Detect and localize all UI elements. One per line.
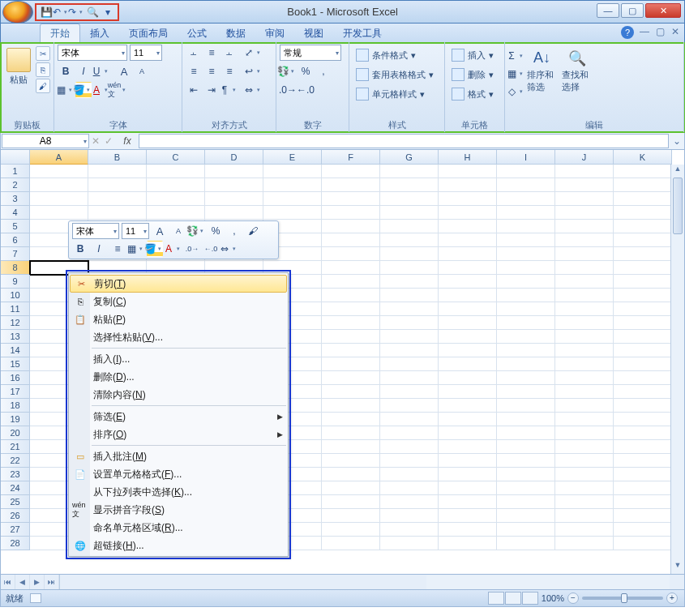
- cut-icon[interactable]: ✂: [36, 46, 50, 61]
- cell[interactable]: [322, 178, 380, 192]
- cell[interactable]: [322, 247, 380, 261]
- cell[interactable]: [614, 481, 672, 495]
- merge-center-icon[interactable]: ⇔: [246, 82, 262, 98]
- scroll-down-icon[interactable]: ▼: [671, 561, 684, 574]
- cell[interactable]: [439, 233, 497, 247]
- format-painter-icon[interactable]: 🖌: [36, 79, 50, 93]
- mini-fill-icon[interactable]: 🪣: [147, 241, 163, 257]
- cell[interactable]: [380, 165, 439, 178]
- cell[interactable]: [555, 316, 614, 330]
- cell[interactable]: [322, 261, 380, 275]
- cell[interactable]: [380, 261, 439, 275]
- cell[interactable]: [88, 178, 147, 192]
- cell[interactable]: [555, 289, 614, 302]
- horizontal-scrollbar[interactable]: [426, 575, 670, 589]
- format-cells-button[interactable]: 格式 ▾: [448, 85, 501, 103]
- column-header[interactable]: D: [205, 150, 263, 165]
- cell[interactable]: [439, 165, 497, 178]
- cell[interactable]: [380, 344, 439, 357]
- cell[interactable]: [380, 220, 439, 233]
- cell[interactable]: [555, 275, 614, 289]
- cell[interactable]: [497, 468, 555, 481]
- cell[interactable]: [322, 233, 380, 247]
- cell[interactable]: [555, 399, 614, 413]
- sheet-nav-first-icon[interactable]: ⏮: [1, 575, 15, 589]
- cell[interactable]: [147, 165, 205, 178]
- font-name-combo[interactable]: 宋体: [58, 45, 127, 61]
- zoom-level[interactable]: 100%: [542, 593, 564, 603]
- cell[interactable]: [380, 233, 439, 247]
- minimize-button[interactable]: —: [597, 3, 619, 18]
- cell[interactable]: [555, 385, 614, 399]
- row-header[interactable]: 20: [1, 426, 30, 440]
- row-header[interactable]: 22: [1, 454, 30, 468]
- mini-merge-icon[interactable]: ⇔: [221, 241, 238, 257]
- cell[interactable]: [497, 537, 555, 550]
- cell[interactable]: [439, 289, 497, 302]
- cell[interactable]: [439, 247, 497, 261]
- cell[interactable]: [322, 468, 380, 481]
- cell[interactable]: [497, 440, 555, 454]
- ctx-cut[interactable]: ✂剪切(T): [70, 275, 287, 293]
- cell[interactable]: [380, 247, 439, 261]
- cell[interactable]: [614, 178, 672, 192]
- table-format-button[interactable]: 套用表格格式 ▾: [353, 66, 441, 83]
- row-header[interactable]: 28: [1, 537, 30, 550]
- cell[interactable]: [555, 413, 614, 426]
- cell[interactable]: [380, 178, 439, 192]
- cell[interactable]: [614, 344, 672, 357]
- tab-home[interactable]: 开始: [40, 24, 80, 42]
- cancel-formula-icon[interactable]: ✕: [92, 135, 100, 147]
- cell[interactable]: [88, 192, 147, 206]
- cell[interactable]: [380, 495, 439, 509]
- row-header[interactable]: 14: [1, 344, 30, 357]
- shrink-font-button[interactable]: A: [134, 63, 150, 79]
- autosum-button[interactable]: Σ: [508, 48, 524, 64]
- cell[interactable]: [439, 302, 497, 316]
- sheet-nav-prev-icon[interactable]: ◀: [15, 575, 30, 589]
- row-header[interactable]: 17: [1, 385, 30, 399]
- scroll-thumb[interactable]: [673, 178, 683, 234]
- ctx-format-cells[interactable]: 📄设置单元格格式(F)...: [69, 465, 288, 483]
- cell[interactable]: [439, 192, 497, 206]
- cell[interactable]: [380, 399, 439, 413]
- cell[interactable]: [497, 178, 555, 192]
- cell[interactable]: [439, 537, 497, 550]
- cell[interactable]: [555, 357, 614, 371]
- wb-restore-icon[interactable]: ▢: [656, 26, 665, 37]
- cell[interactable]: [322, 481, 380, 495]
- column-header[interactable]: K: [614, 150, 672, 165]
- mini-shrink-icon[interactable]: A: [170, 223, 186, 239]
- cell[interactable]: [439, 371, 497, 385]
- cell[interactable]: [205, 165, 263, 178]
- cell[interactable]: [380, 289, 439, 302]
- mini-bold-icon[interactable]: B: [72, 241, 88, 257]
- sort-filter-button[interactable]: A↓ 排序和筛选: [527, 45, 559, 118]
- cell[interactable]: [497, 206, 555, 220]
- cell[interactable]: [497, 371, 555, 385]
- cell[interactable]: [380, 454, 439, 468]
- underline-button[interactable]: U: [93, 63, 109, 79]
- cell[interactable]: [555, 233, 614, 247]
- cell[interactable]: [322, 371, 380, 385]
- cell[interactable]: [439, 495, 497, 509]
- cell[interactable]: [555, 495, 614, 509]
- conditional-format-button[interactable]: 条件格式 ▾: [353, 46, 441, 64]
- cell[interactable]: [263, 206, 322, 220]
- cell[interactable]: [322, 220, 380, 233]
- cell[interactable]: [614, 233, 672, 247]
- cell[interactable]: [497, 261, 555, 275]
- row-header[interactable]: 23: [1, 468, 30, 481]
- cell[interactable]: [614, 192, 672, 206]
- cell[interactable]: [380, 206, 439, 220]
- row-header[interactable]: 24: [1, 481, 30, 495]
- cell[interactable]: [614, 289, 672, 302]
- cell[interactable]: [380, 357, 439, 371]
- cell[interactable]: [614, 275, 672, 289]
- cell[interactable]: [555, 220, 614, 233]
- row-header[interactable]: 27: [1, 523, 30, 537]
- ctx-delete[interactable]: 删除(D)...: [69, 368, 288, 386]
- align-left-icon[interactable]: ≡: [186, 63, 202, 79]
- cell[interactable]: [322, 454, 380, 468]
- cell[interactable]: [614, 537, 672, 550]
